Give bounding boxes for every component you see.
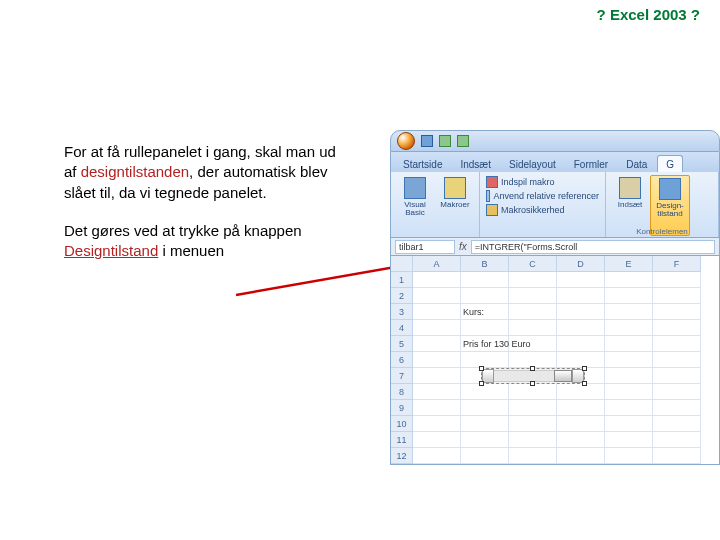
row-header[interactable]: 12	[391, 448, 413, 464]
cell[interactable]	[605, 368, 653, 384]
cell[interactable]	[557, 336, 605, 352]
cell[interactable]	[461, 400, 509, 416]
cell[interactable]	[461, 352, 509, 368]
cell[interactable]	[461, 320, 509, 336]
tab-data[interactable]: Data	[618, 156, 655, 172]
cell[interactable]	[605, 320, 653, 336]
cell[interactable]	[605, 288, 653, 304]
cell[interactable]	[653, 432, 701, 448]
cell[interactable]	[509, 304, 557, 320]
macro-security-button[interactable]: Makrosikkerhed	[484, 203, 601, 217]
cell[interactable]	[557, 400, 605, 416]
formula-bar[interactable]: =INTGRER("Forms.Scroll	[471, 240, 715, 254]
cell[interactable]	[653, 288, 701, 304]
cell[interactable]	[461, 432, 509, 448]
col-C[interactable]: C	[509, 256, 557, 272]
cell[interactable]	[461, 416, 509, 432]
cell[interactable]	[509, 432, 557, 448]
redo-icon[interactable]	[457, 135, 469, 147]
visual-basic-button[interactable]: Visual Basic	[395, 175, 435, 236]
cell[interactable]	[509, 336, 557, 352]
cell[interactable]	[557, 384, 605, 400]
cell[interactable]	[557, 288, 605, 304]
cell[interactable]	[509, 448, 557, 464]
row-header[interactable]: 4	[391, 320, 413, 336]
resize-handle[interactable]	[530, 381, 535, 386]
name-box[interactable]: tilbar1	[395, 240, 455, 254]
row-header[interactable]: 8	[391, 384, 413, 400]
row-header[interactable]: 3	[391, 304, 413, 320]
cell[interactable]	[461, 272, 509, 288]
cell[interactable]	[557, 320, 605, 336]
cell[interactable]	[605, 416, 653, 432]
cell[interactable]	[413, 288, 461, 304]
row-header[interactable]: 9	[391, 400, 413, 416]
cell[interactable]	[509, 288, 557, 304]
office-button[interactable]	[397, 132, 415, 150]
cell[interactable]	[509, 400, 557, 416]
cell[interactable]	[653, 320, 701, 336]
cell[interactable]	[557, 272, 605, 288]
cell[interactable]	[605, 432, 653, 448]
cell[interactable]	[557, 448, 605, 464]
scroll-track[interactable]	[494, 370, 554, 382]
resize-handle[interactable]	[530, 366, 535, 371]
cell[interactable]	[509, 384, 557, 400]
cell[interactable]	[413, 416, 461, 432]
row-header[interactable]: 5	[391, 336, 413, 352]
tab-developer[interactable]: G	[657, 155, 683, 172]
tab-formler[interactable]: Formler	[566, 156, 616, 172]
cell[interactable]	[605, 448, 653, 464]
cell[interactable]	[653, 368, 701, 384]
cell[interactable]	[509, 416, 557, 432]
cell[interactable]	[605, 384, 653, 400]
record-macro-button[interactable]: Indspil makro	[484, 175, 601, 189]
cell[interactable]: Pris for 130 Euro	[461, 336, 509, 352]
resize-handle[interactable]	[479, 366, 484, 371]
cell[interactable]	[413, 368, 461, 384]
cell[interactable]: Kurs:	[461, 304, 509, 320]
cell[interactable]	[557, 304, 605, 320]
col-A[interactable]: A	[413, 256, 461, 272]
cell[interactable]	[653, 384, 701, 400]
tab-indsaet[interactable]: Indsæt	[452, 156, 499, 172]
cell[interactable]	[557, 416, 605, 432]
macros-button[interactable]: Makroer	[435, 175, 475, 236]
save-icon[interactable]	[421, 135, 433, 147]
col-E[interactable]: E	[605, 256, 653, 272]
resize-handle[interactable]	[479, 381, 484, 386]
row-header[interactable]: 2	[391, 288, 413, 304]
tab-startside[interactable]: Startside	[395, 156, 450, 172]
select-all-corner[interactable]	[391, 256, 413, 272]
cell[interactable]	[605, 272, 653, 288]
cell[interactable]	[413, 272, 461, 288]
cell[interactable]	[413, 352, 461, 368]
col-B[interactable]: B	[461, 256, 509, 272]
cell[interactable]	[653, 400, 701, 416]
cell[interactable]	[653, 448, 701, 464]
fx-icon[interactable]: fx	[459, 241, 467, 252]
cell[interactable]	[509, 320, 557, 336]
cell[interactable]	[413, 304, 461, 320]
cell[interactable]	[413, 336, 461, 352]
cell[interactable]	[413, 384, 461, 400]
cell[interactable]	[653, 352, 701, 368]
row-header[interactable]: 1	[391, 272, 413, 288]
scroll-thumb[interactable]	[554, 370, 572, 382]
cell[interactable]	[605, 352, 653, 368]
cell[interactable]	[413, 320, 461, 336]
cell[interactable]	[461, 448, 509, 464]
cell[interactable]	[605, 400, 653, 416]
cell[interactable]	[413, 432, 461, 448]
cell[interactable]	[653, 416, 701, 432]
scrollbar-control[interactable]	[481, 368, 585, 384]
cell[interactable]	[413, 400, 461, 416]
cell[interactable]	[653, 272, 701, 288]
col-F[interactable]: F	[653, 256, 701, 272]
cell[interactable]	[605, 304, 653, 320]
cell[interactable]	[557, 432, 605, 448]
cell[interactable]	[557, 352, 605, 368]
row-header[interactable]: 10	[391, 416, 413, 432]
cell[interactable]	[605, 336, 653, 352]
relative-refs-button[interactable]: Anvend relative referencer	[484, 189, 601, 203]
